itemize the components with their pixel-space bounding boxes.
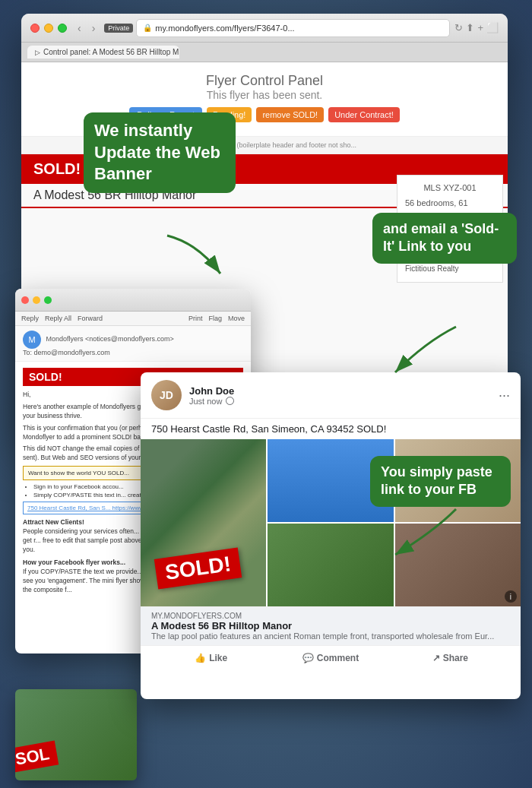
fb-comment-label: Comment (317, 653, 359, 663)
fb-actions: 👍 Like 💬 Comment ↗ Share (141, 645, 521, 670)
new-tab-icon[interactable]: + (477, 22, 483, 33)
reply-button[interactable]: Reply (21, 315, 39, 322)
browser-nav: ‹ › (74, 21, 98, 36)
mls-id: MLS XYZ-001 (405, 183, 495, 192)
maximize-button[interactable] (58, 24, 67, 33)
fb-garden-image (268, 524, 393, 606)
callout-bubble-sold-link: and email a 'Sold-It' Link to you (372, 213, 517, 264)
fb-comment-button[interactable]: 💬 Comment (271, 649, 390, 667)
back-button[interactable]: ‹ (74, 21, 84, 36)
address-text: my.mondoflyers.com/flyers/F3647-0... (155, 24, 294, 33)
fb-link-desc: The lap pool patio features an ancient R… (151, 631, 510, 641)
fb-avatar-initials: JD (160, 389, 173, 401)
close-button[interactable] (30, 24, 40, 33)
browser-tab-bar: ▷ Control panel: A Modest 56 BR Hilltop … (21, 43, 508, 62)
fb-caption: 750 Hearst Castle Rd, San Simeon, CA 934… (141, 419, 521, 439)
email-toolbar: Reply Reply All Forward Print Flag Move (15, 312, 251, 326)
arrow-to-fb (380, 502, 471, 562)
extensions-icon[interactable]: ⬜ (486, 22, 499, 33)
reload-icon[interactable]: ↻ (454, 22, 463, 33)
browser-titlebar: ‹ › Private 🔒 my.mondoflyers.com/flyers/… (21, 14, 508, 43)
fb-link-domain: MY.MONDOFLYERS.COM (151, 612, 510, 620)
address-bar[interactable]: 🔒 my.mondoflyers.com/flyers/F3647-0... (136, 19, 450, 37)
fb-link-title: A Modest 56 BR Hilltop Manor (151, 620, 510, 631)
callout-bubble-web-banner: We instantly Update the Web Banner (84, 112, 236, 193)
email-from: M Mondoflyers <notices@mondoflyers.com> (23, 331, 243, 349)
fb-image-4 (268, 524, 393, 606)
fb-username: John Doe (189, 385, 491, 397)
tab-favicon: ▷ (35, 49, 40, 56)
fb-more-options[interactable]: ··· (499, 388, 510, 403)
under-contract-button[interactable]: Under Contract! (328, 107, 400, 122)
fb-image-1: SOLD! (141, 439, 266, 606)
reply-all-button[interactable]: Reply All (45, 315, 71, 322)
fb-like-icon: 👍 (195, 653, 206, 663)
move-button[interactable]: Move (228, 315, 245, 322)
arrow-to-panel (152, 228, 243, 289)
email-maximize-button[interactable] (44, 296, 52, 304)
flag-button[interactable]: Flag (208, 315, 222, 322)
forward-button[interactable]: › (89, 21, 99, 36)
globe-icon (226, 397, 234, 405)
minimize-button[interactable] (44, 24, 53, 33)
callout-bubble-paste-link: You simply paste link to your FB (370, 456, 511, 507)
email-to: To: demo@mondoflyers.com (23, 349, 243, 356)
fb-like-label: Like (209, 653, 227, 663)
email-header: M Mondoflyers <notices@mondoflyers.com> … (15, 326, 251, 362)
fb-timestamp: Just now (189, 397, 491, 406)
forward-button[interactable]: Forward (78, 315, 103, 322)
remove-sold-button[interactable]: remove SOLD! (256, 107, 324, 122)
traffic-lights (30, 24, 67, 33)
tab-label: Control panel: A Modest 56 BR Hilltop Ma… (43, 48, 179, 56)
email-titlebar (15, 289, 251, 312)
fb-avatar: JD (151, 380, 182, 410)
fb-comment-icon: 💬 (302, 653, 314, 663)
bottom-sold-label: SOL (15, 741, 59, 774)
fb-share-icon: ↗ (432, 653, 440, 663)
browser-tab[interactable]: ▷ Control panel: A Modest 56 BR Hilltop … (27, 46, 179, 59)
private-badge: Private (104, 24, 133, 33)
print-button[interactable]: Print (188, 315, 203, 322)
fb-info-icon[interactable]: i (505, 590, 517, 603)
share-icon[interactable]: ⬆ (466, 22, 474, 33)
lock-icon: 🔒 (143, 24, 152, 32)
email-close-button[interactable] (21, 296, 29, 304)
fb-share-button[interactable]: ↗ Share (391, 649, 510, 667)
email-minimize-button[interactable] (33, 296, 40, 304)
fb-share-label: Share (443, 653, 468, 663)
fb-user-info: John Doe Just now (189, 385, 491, 406)
fb-like-button[interactable]: 👍 Like (151, 649, 271, 667)
flyer-panel-subtitle: This flyer has been sent. (36, 89, 492, 101)
arrow-to-email (380, 319, 471, 380)
fb-link-preview: MY.MONDOFLYERS.COM A Modest 56 BR Hillto… (141, 606, 521, 645)
flyer-panel-title: Flyer Control Panel (36, 73, 492, 89)
bottom-property-image: SOL (15, 689, 137, 780)
